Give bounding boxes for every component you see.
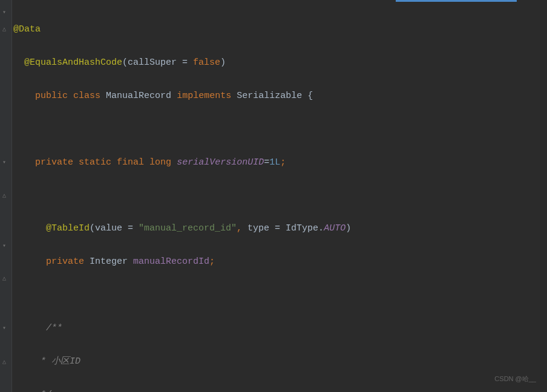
keyword: public (35, 91, 68, 101)
fold-icon[interactable]: ▾ (2, 7, 10, 15)
comma: , (237, 223, 242, 234)
code-line: */ (13, 387, 547, 392)
eq: = (264, 157, 269, 168)
editor-gutter: ▾ △ ▾ △ ▾ △ ▾ △ (0, 0, 12, 392)
annotation: @TableId (46, 223, 90, 234)
keyword: private (46, 256, 84, 267)
keyword: final (117, 157, 144, 168)
code-line: * 小区ID (13, 353, 547, 370)
class-name: ManualRecord (106, 91, 171, 101)
fold-end-icon[interactable]: △ (2, 24, 10, 31)
interface-name: Serializable (237, 91, 302, 101)
paren: ) (346, 223, 351, 234)
keyword: private (35, 157, 73, 168)
paren: (value = (90, 223, 139, 234)
code-line (13, 287, 547, 303)
annotation: @Data (13, 24, 41, 34)
fold-icon[interactable]: ▾ (2, 157, 10, 165)
code-line: @TableId(value = "manual_record_id", typ… (13, 220, 547, 237)
code-line (13, 188, 547, 204)
javadoc-body: * 小区ID (41, 356, 80, 367)
fold-end-icon[interactable]: △ (2, 273, 10, 281)
code-line: @EqualsAndHashCode(callSuper = false) (13, 54, 547, 71)
paren: (callSuper = (122, 57, 193, 68)
javadoc-open: /** (46, 323, 62, 333)
code-line: /** (13, 320, 547, 336)
code-line (13, 121, 547, 137)
type: Integer (90, 256, 128, 267)
fold-icon[interactable]: ▾ (2, 323, 10, 330)
paren: ) (220, 57, 226, 68)
keyword: long (149, 157, 171, 168)
fold-end-icon[interactable]: △ (2, 357, 10, 364)
watermark: CSDN @哈__ (494, 373, 536, 385)
number: 1L (269, 157, 280, 168)
field: serialVersionUID (177, 157, 264, 168)
keyword: class (73, 91, 100, 101)
code-line: public class ManualRecord implements Ser… (13, 88, 547, 104)
semi: ; (280, 157, 286, 168)
code-line: private static final long serialVersionU… (13, 154, 547, 171)
code-line: @Data (13, 21, 547, 38)
string: "manual_record_id" (139, 223, 237, 234)
keyword: false (193, 57, 220, 68)
javadoc-close: */ (41, 390, 51, 392)
brace: { (302, 91, 313, 101)
annotation: @EqualsAndHashCode (24, 57, 122, 68)
code-line: private Integer manualRecordId; (13, 253, 547, 270)
keyword: implements (177, 91, 231, 101)
field: manualRecordId (133, 256, 209, 267)
enum-value: AUTO (324, 223, 346, 234)
code-editor[interactable]: @Data @EqualsAndHashCode(callSuper = fal… (12, 5, 547, 392)
fold-end-icon[interactable]: △ (2, 191, 10, 198)
fold-icon[interactable]: ▾ (2, 241, 10, 248)
param: type = IdType. (242, 223, 324, 234)
semi: ; (209, 256, 215, 267)
active-tab-indicator (396, 0, 517, 2)
keyword: static (79, 157, 111, 168)
